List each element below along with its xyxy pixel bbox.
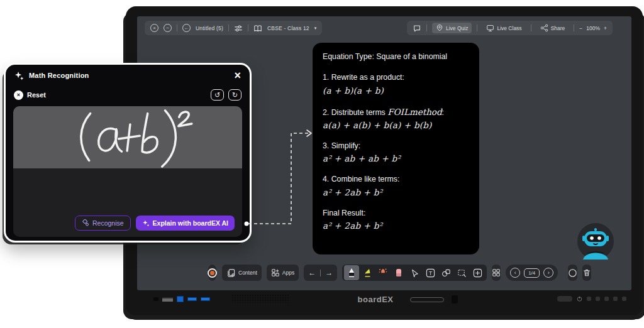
close-icon[interactable]: × (234, 70, 241, 81)
explanation-block: Equation Type: Square of a binomial (323, 52, 469, 62)
block-title: 1. Rewrite as a product: (323, 73, 469, 82)
shape-circle-button[interactable] (568, 265, 577, 281)
close-board-icon[interactable]: × (150, 24, 158, 32)
block-title: Equation Type: Square of a binomial (323, 52, 469, 62)
history-buttons: ↺ ↻ (211, 89, 242, 101)
divider (531, 25, 531, 31)
explanation-block: 2. Distribute terms FOILmethod: a(a) + a… (323, 107, 469, 130)
text-tool-icon: T (426, 268, 435, 278)
add-tool[interactable] (470, 265, 485, 280)
select-cursor-tool[interactable] (407, 265, 422, 280)
content-button[interactable]: Content (222, 265, 262, 281)
pin-icon (436, 24, 443, 32)
panel-controls: × Reset ↺ ↻ (6, 86, 250, 104)
inline-math: FOILmethod (387, 107, 441, 117)
lasso-select-tool[interactable] (454, 265, 469, 280)
power-button-icon[interactable] (577, 296, 582, 302)
back-icon[interactable]: ← (182, 24, 191, 32)
usb-port (177, 296, 184, 302)
block-math: a(a) + a(b) + b(a) + b(b) (323, 120, 469, 130)
live-class-label: Live Class (497, 25, 521, 31)
bezel-controls (557, 296, 626, 302)
divider (426, 25, 427, 31)
zoom-out-icon[interactable]: − (579, 25, 582, 31)
divider (228, 25, 229, 31)
record-ring-icon (208, 268, 217, 278)
trash-icon (582, 268, 591, 277)
explanation-block: 1. Rewrite as a product: (a + b)(a + b) (323, 73, 469, 95)
zoom-in-icon[interactable]: + (604, 25, 607, 31)
highlighter-tool[interactable] (360, 265, 375, 280)
explain-with-ai-button[interactable]: Explain with boardEX AI (136, 216, 235, 231)
bezel-button[interactable] (604, 297, 609, 301)
grid-icon (492, 268, 501, 277)
live-class-button[interactable]: Live Class (482, 23, 525, 33)
handwriting-canvas[interactable]: Recognise Explain with boardEX AI (13, 106, 242, 237)
shapes-icon (441, 268, 451, 278)
eraser-tool[interactable] (391, 265, 406, 280)
hdmi-port (162, 297, 173, 302)
apps-button[interactable]: Apps (267, 265, 299, 281)
previous-page-button[interactable]: ‹ (510, 268, 520, 278)
redo-button[interactable]: ↻ (228, 89, 242, 101)
page-navigator: ‹ 1/4 › (506, 265, 558, 281)
divider (248, 25, 248, 31)
explanation-block: 4. Combine like terms: a² + 2ab + b² (323, 175, 469, 197)
recognise-diamonds-icon (82, 219, 89, 227)
divider (477, 25, 477, 31)
live-quiz-label: Live Quiz (446, 25, 468, 31)
record-button[interactable] (208, 265, 217, 281)
shapes-tool[interactable] (438, 265, 453, 280)
recognise-label: Recognise (92, 219, 124, 227)
record-dot-icon (210, 271, 214, 275)
divider (574, 25, 574, 31)
live-quiz-button[interactable]: Live Quiz (432, 23, 472, 33)
circle-icon (568, 268, 577, 278)
history-group: ← → (304, 265, 337, 281)
zoom-control: − 100% + (579, 25, 607, 31)
zoom-level: 100% (586, 25, 600, 31)
recognise-button[interactable]: Recognise (75, 216, 131, 231)
redo-button[interactable]: → (325, 268, 333, 277)
usb-port (187, 297, 197, 301)
share-label: Share (551, 25, 565, 31)
ai-assistant-avatar[interactable] (577, 223, 614, 260)
explanation-block: 3. Simplify: a² + ab + ab + b² (323, 141, 469, 163)
reset-x-icon: × (14, 90, 23, 100)
spray-brush-tool[interactable] (375, 265, 391, 280)
pen-tool[interactable] (344, 265, 359, 280)
file-name[interactable]: Untitled (5) (196, 25, 223, 31)
text-tool[interactable]: T (423, 265, 438, 280)
book-icon (253, 24, 262, 33)
comment-board-icon[interactable] (413, 24, 421, 33)
block-title: 4. Combine like terms: (323, 175, 469, 184)
io-ports (153, 296, 210, 302)
board-bezel: boardEX (126, 290, 643, 313)
undo-button[interactable]: ↺ (211, 89, 224, 101)
panel-title: Math Recognition (29, 72, 89, 79)
minimize-icon[interactable]: − (164, 24, 172, 32)
reset-button[interactable]: × Reset (14, 90, 46, 100)
bezel-button[interactable] (622, 297, 626, 301)
bezel-slider[interactable] (557, 296, 572, 302)
usb-port (201, 297, 210, 301)
content-label: Content (238, 270, 257, 276)
undo-button[interactable]: ← (308, 268, 316, 277)
chevron-down-icon[interactable]: ▾ (314, 26, 317, 31)
bezel-button[interactable] (613, 297, 618, 301)
sparkles-icon (14, 71, 24, 80)
bezel-button[interactable] (587, 297, 591, 301)
settings-sliders-icon[interactable] (234, 24, 243, 33)
ai-explanation-card: Equation Type: Square of a binomial 1. R… (313, 43, 479, 254)
speaker-grille (231, 294, 289, 303)
explanation-block: Final Result: a² + 2ab + b² (323, 209, 469, 231)
delete-button[interactable] (582, 265, 591, 281)
pages-overview-button[interactable] (492, 265, 501, 281)
bezel-button[interactable] (596, 297, 600, 301)
pen-tools-group: T (342, 265, 487, 281)
share-button[interactable]: Share (536, 23, 569, 33)
ir-sensor (410, 297, 444, 302)
next-page-button[interactable]: › (543, 268, 553, 278)
page: × − ← Untitled (5) CBSE - Class 12 ▾ (0, 0, 644, 328)
class-selector[interactable]: CBSE - Class 12 (267, 25, 309, 31)
